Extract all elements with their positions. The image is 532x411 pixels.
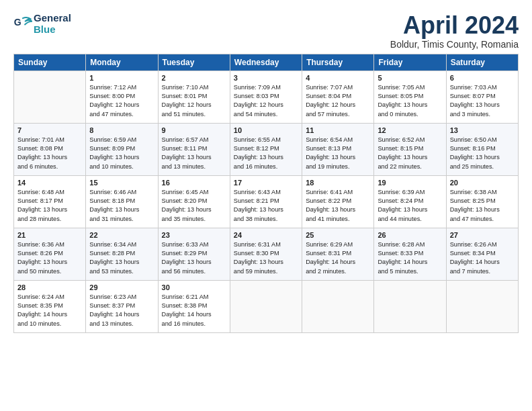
day-detail: Sunrise: 6:59 AM Sunset: 8:09 PM Dayligh… <box>89 136 154 171</box>
day-number: 27 <box>450 231 515 239</box>
day-number: 5 <box>378 74 442 82</box>
calendar-cell: 27Sunrise: 6:26 AM Sunset: 8:34 PM Dayli… <box>446 228 518 280</box>
logo: G General Blue <box>13 12 71 36</box>
calendar-cell <box>302 280 374 332</box>
calendar-cell: 2Sunrise: 7:10 AM Sunset: 8:01 PM Daylig… <box>158 71 230 123</box>
calendar-week-1: 1Sunrise: 7:12 AM Sunset: 8:00 PM Daylig… <box>14 71 519 123</box>
day-number: 19 <box>378 179 442 187</box>
svg-text:G: G <box>14 17 21 28</box>
day-detail: Sunrise: 6:24 AM Sunset: 8:35 PM Dayligh… <box>17 293 82 328</box>
calendar-week-5: 28Sunrise: 6:24 AM Sunset: 8:35 PM Dayli… <box>14 280 519 332</box>
day-number: 28 <box>17 283 82 291</box>
col-thursday: Thursday <box>302 54 374 71</box>
day-number: 8 <box>89 126 154 134</box>
calendar-cell: 29Sunrise: 6:23 AM Sunset: 8:37 PM Dayli… <box>86 280 158 332</box>
day-detail: Sunrise: 6:48 AM Sunset: 8:17 PM Dayligh… <box>17 188 82 224</box>
day-number: 3 <box>234 74 298 82</box>
calendar-week-2: 7Sunrise: 7:01 AM Sunset: 8:08 PM Daylig… <box>14 123 519 175</box>
calendar-cell: 20Sunrise: 6:38 AM Sunset: 8:25 PM Dayli… <box>446 175 518 228</box>
calendar-cell: 13Sunrise: 6:50 AM Sunset: 8:16 PM Dayli… <box>446 123 518 175</box>
day-detail: Sunrise: 7:05 AM Sunset: 8:05 PM Dayligh… <box>378 83 442 119</box>
location-subtitle: Boldur, Timis County, Romania <box>390 39 519 50</box>
calendar-cell: 6Sunrise: 7:03 AM Sunset: 8:07 PM Daylig… <box>446 71 518 123</box>
calendar-body: 1Sunrise: 7:12 AM Sunset: 8:00 PM Daylig… <box>14 71 519 332</box>
day-detail: Sunrise: 7:01 AM Sunset: 8:08 PM Dayligh… <box>17 136 82 171</box>
calendar-cell <box>374 280 446 332</box>
day-number: 18 <box>306 179 370 187</box>
month-title: April 2024 <box>390 12 519 39</box>
calendar-cell: 22Sunrise: 6:34 AM Sunset: 8:28 PM Dayli… <box>86 228 158 280</box>
header-row: G General Blue April 2024 Boldur, Timis … <box>13 12 519 50</box>
day-detail: Sunrise: 6:33 AM Sunset: 8:29 PM Dayligh… <box>162 240 226 276</box>
day-number: 13 <box>450 126 515 134</box>
calendar-cell: 18Sunrise: 6:41 AM Sunset: 8:22 PM Dayli… <box>302 175 374 228</box>
day-number: 10 <box>234 126 298 134</box>
day-detail: Sunrise: 6:43 AM Sunset: 8:21 PM Dayligh… <box>234 188 298 224</box>
day-detail: Sunrise: 6:57 AM Sunset: 8:11 PM Dayligh… <box>162 136 226 171</box>
day-number: 22 <box>89 231 154 239</box>
day-detail: Sunrise: 6:34 AM Sunset: 8:28 PM Dayligh… <box>89 240 154 276</box>
day-number: 9 <box>162 126 226 134</box>
calendar-table: Sunday Monday Tuesday Wednesday Thursday… <box>13 54 519 333</box>
col-wednesday: Wednesday <box>230 54 302 71</box>
day-number: 30 <box>162 283 226 291</box>
day-detail: Sunrise: 6:55 AM Sunset: 8:12 PM Dayligh… <box>234 136 298 171</box>
day-detail: Sunrise: 6:39 AM Sunset: 8:24 PM Dayligh… <box>378 188 442 224</box>
day-detail: Sunrise: 7:03 AM Sunset: 8:07 PM Dayligh… <box>450 83 515 119</box>
calendar-week-3: 14Sunrise: 6:48 AM Sunset: 8:17 PM Dayli… <box>14 175 519 228</box>
day-detail: Sunrise: 7:09 AM Sunset: 8:03 PM Dayligh… <box>234 83 298 119</box>
title-block: April 2024 Boldur, Timis County, Romania <box>390 12 519 50</box>
logo-text: General Blue <box>34 12 71 36</box>
calendar-cell: 16Sunrise: 6:45 AM Sunset: 8:20 PM Dayli… <box>158 175 230 228</box>
day-number: 20 <box>450 179 515 187</box>
day-detail: Sunrise: 6:52 AM Sunset: 8:15 PM Dayligh… <box>378 136 442 171</box>
day-detail: Sunrise: 6:28 AM Sunset: 8:33 PM Dayligh… <box>378 240 442 276</box>
day-number: 24 <box>234 231 298 239</box>
day-detail: Sunrise: 6:21 AM Sunset: 8:38 PM Dayligh… <box>162 293 226 328</box>
calendar-cell: 11Sunrise: 6:54 AM Sunset: 8:13 PM Dayli… <box>302 123 374 175</box>
calendar-cell <box>14 71 86 123</box>
col-saturday: Saturday <box>446 54 518 71</box>
day-number: 23 <box>162 231 226 239</box>
day-number: 11 <box>306 126 370 134</box>
calendar-cell: 17Sunrise: 6:43 AM Sunset: 8:21 PM Dayli… <box>230 175 302 228</box>
day-number: 7 <box>17 126 82 134</box>
day-detail: Sunrise: 6:38 AM Sunset: 8:25 PM Dayligh… <box>450 188 515 224</box>
day-number: 16 <box>162 179 226 187</box>
col-tuesday: Tuesday <box>158 54 230 71</box>
day-number: 12 <box>378 126 442 134</box>
day-number: 21 <box>17 231 82 239</box>
calendar-cell: 9Sunrise: 6:57 AM Sunset: 8:11 PM Daylig… <box>158 123 230 175</box>
calendar-cell: 5Sunrise: 7:05 AM Sunset: 8:05 PM Daylig… <box>374 71 446 123</box>
day-number: 25 <box>306 231 370 239</box>
calendar-cell: 15Sunrise: 6:46 AM Sunset: 8:18 PM Dayli… <box>86 175 158 228</box>
calendar-cell: 28Sunrise: 6:24 AM Sunset: 8:35 PM Dayli… <box>14 280 86 332</box>
calendar-cell: 26Sunrise: 6:28 AM Sunset: 8:33 PM Dayli… <box>374 228 446 280</box>
calendar-cell: 30Sunrise: 6:21 AM Sunset: 8:38 PM Dayli… <box>158 280 230 332</box>
day-detail: Sunrise: 6:54 AM Sunset: 8:13 PM Dayligh… <box>306 136 370 171</box>
day-number: 6 <box>450 74 515 82</box>
calendar-cell <box>230 280 302 332</box>
day-detail: Sunrise: 6:29 AM Sunset: 8:31 PM Dayligh… <box>306 240 370 276</box>
day-detail: Sunrise: 7:12 AM Sunset: 8:00 PM Dayligh… <box>89 83 154 119</box>
day-detail: Sunrise: 6:23 AM Sunset: 8:37 PM Dayligh… <box>89 293 154 328</box>
calendar-cell: 21Sunrise: 6:36 AM Sunset: 8:26 PM Dayli… <box>14 228 86 280</box>
day-detail: Sunrise: 7:10 AM Sunset: 8:01 PM Dayligh… <box>162 83 226 119</box>
col-sunday: Sunday <box>14 54 86 71</box>
day-number: 4 <box>306 74 370 82</box>
day-detail: Sunrise: 6:41 AM Sunset: 8:22 PM Dayligh… <box>306 188 370 224</box>
day-number: 17 <box>234 179 298 187</box>
calendar-cell <box>446 280 518 332</box>
calendar-week-4: 21Sunrise: 6:36 AM Sunset: 8:26 PM Dayli… <box>14 228 519 280</box>
col-monday: Monday <box>86 54 158 71</box>
calendar-cell: 23Sunrise: 6:33 AM Sunset: 8:29 PM Dayli… <box>158 228 230 280</box>
calendar-cell: 25Sunrise: 6:29 AM Sunset: 8:31 PM Dayli… <box>302 228 374 280</box>
day-detail: Sunrise: 6:45 AM Sunset: 8:20 PM Dayligh… <box>162 188 226 224</box>
calendar-cell: 14Sunrise: 6:48 AM Sunset: 8:17 PM Dayli… <box>14 175 86 228</box>
day-detail: Sunrise: 6:26 AM Sunset: 8:34 PM Dayligh… <box>450 240 515 276</box>
calendar-cell: 4Sunrise: 7:07 AM Sunset: 8:04 PM Daylig… <box>302 71 374 123</box>
calendar-cell: 3Sunrise: 7:09 AM Sunset: 8:03 PM Daylig… <box>230 71 302 123</box>
day-number: 2 <box>162 74 226 82</box>
logo-icon: G <box>13 14 32 33</box>
calendar-cell: 1Sunrise: 7:12 AM Sunset: 8:00 PM Daylig… <box>86 71 158 123</box>
